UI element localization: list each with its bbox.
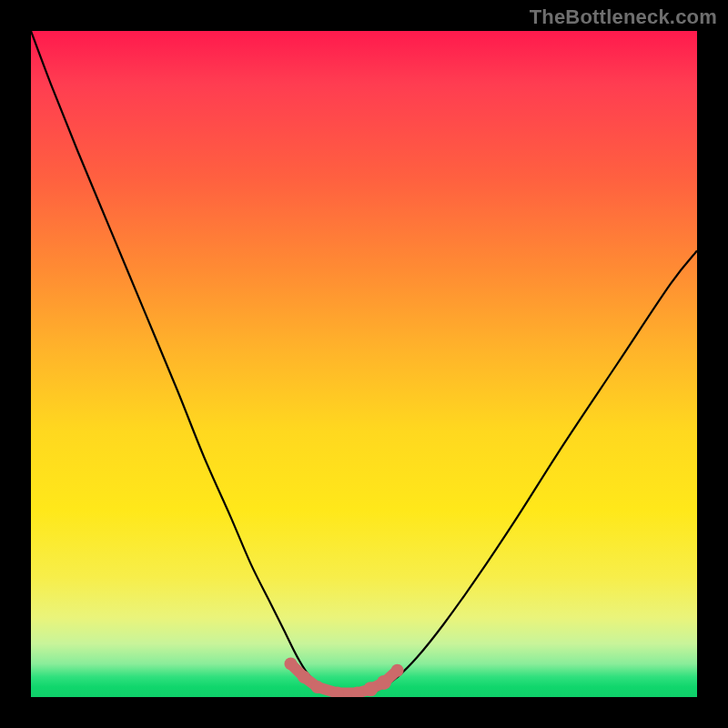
accent-dot [311, 681, 324, 693]
chart-canvas: TheBottleneck.com [0, 0, 728, 728]
accent-dot [284, 657, 297, 670]
bottleneck-curve [31, 31, 697, 694]
accent-dot [298, 671, 310, 683]
accent-dot [363, 682, 378, 696]
plot-area [31, 31, 697, 697]
accent-dot [391, 664, 404, 677]
chart-svg [31, 31, 697, 697]
watermark-label: TheBottleneck.com [530, 5, 717, 29]
accent-dot [377, 675, 391, 690]
